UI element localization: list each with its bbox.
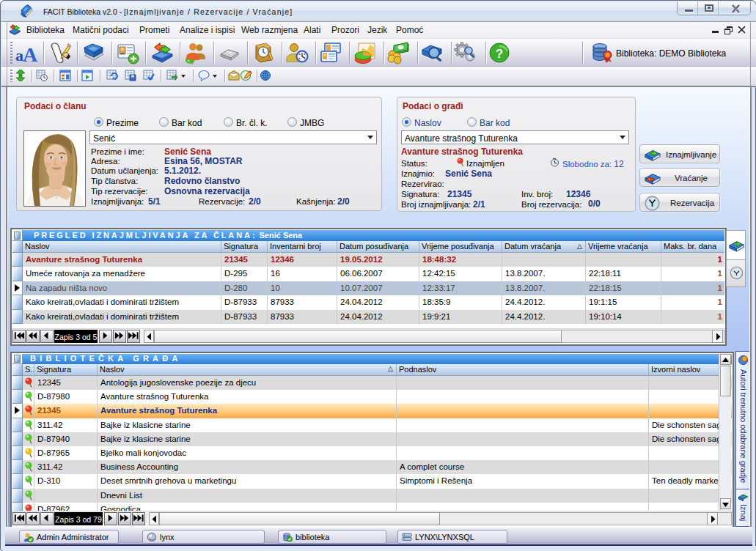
svg-text:?: ?: [496, 47, 503, 61]
svg-text:A: A: [23, 43, 38, 64]
